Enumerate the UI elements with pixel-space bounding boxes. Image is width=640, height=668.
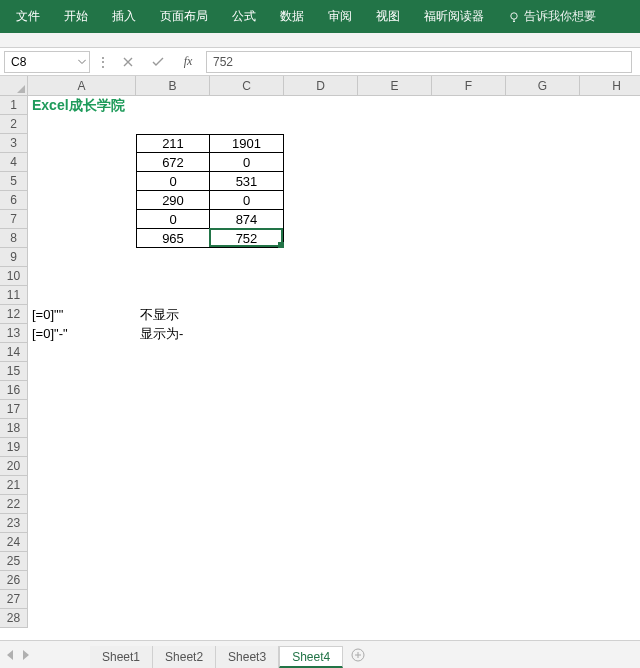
cell-B7[interactable]: 0 — [136, 210, 210, 229]
cell-A1[interactable]: Excel成长学院 — [28, 96, 136, 115]
row-header-23[interactable]: 23 — [0, 514, 28, 533]
worksheet-area: ABCDEFGH 1234567891011121314151617181920… — [0, 76, 640, 636]
cell-B8[interactable]: 965 — [136, 229, 210, 248]
row-header-9[interactable]: 9 — [0, 248, 28, 267]
sheet-nav-arrows[interactable] — [6, 641, 30, 668]
row-header-21[interactable]: 21 — [0, 476, 28, 495]
lightbulb-icon — [508, 11, 520, 23]
row-header-4[interactable]: 4 — [0, 153, 28, 172]
formula-input[interactable]: 752 — [206, 51, 632, 73]
row-header-5[interactable]: 5 — [0, 172, 28, 191]
ribbon-tab-公式[interactable]: 公式 — [220, 0, 268, 33]
row-header-24[interactable]: 24 — [0, 533, 28, 552]
tell-me[interactable]: 告诉我你想要 — [496, 8, 596, 25]
cell-B4[interactable]: 672 — [136, 153, 210, 172]
row-header-10[interactable]: 10 — [0, 267, 28, 286]
formula-value: 752 — [213, 55, 233, 69]
sheet-tab-Sheet2[interactable]: Sheet2 — [153, 646, 216, 668]
cancel-formula-button[interactable] — [116, 51, 140, 73]
row-header-16[interactable]: 16 — [0, 381, 28, 400]
cell-C3[interactable]: 1901 — [210, 134, 284, 153]
sheet-tab-Sheet4[interactable]: Sheet4 — [279, 646, 343, 668]
cell-A12[interactable]: [=0]"" — [28, 305, 136, 324]
insert-function-button[interactable]: fx — [176, 51, 200, 73]
column-header-H[interactable]: H — [580, 76, 640, 96]
sheet-tab-Sheet3[interactable]: Sheet3 — [216, 646, 279, 668]
triangle-right-icon[interactable] — [22, 650, 30, 660]
row-header-3[interactable]: 3 — [0, 134, 28, 153]
row-header-18[interactable]: 18 — [0, 419, 28, 438]
cell-C6[interactable]: 0 — [210, 191, 284, 210]
column-header-E[interactable]: E — [358, 76, 432, 96]
sheet-tab-bar: Sheet1Sheet2Sheet3Sheet4 — [0, 640, 640, 668]
name-box[interactable]: C8 — [4, 51, 90, 73]
column-header-C[interactable]: C — [210, 76, 284, 96]
cell-B6[interactable]: 290 — [136, 191, 210, 210]
row-header-8[interactable]: 8 — [0, 229, 28, 248]
cell-B12[interactable]: 不显示 — [136, 305, 210, 324]
column-header-A[interactable]: A — [28, 76, 136, 96]
cell-B5[interactable]: 0 — [136, 172, 210, 191]
ribbon-tab-页面布局[interactable]: 页面布局 — [148, 0, 220, 33]
cell-A13[interactable]: [=0]"-" — [28, 324, 136, 343]
row-header-1[interactable]: 1 — [0, 96, 28, 115]
ribbon-tab-福昕阅读器[interactable]: 福昕阅读器 — [412, 0, 496, 33]
row-header-12[interactable]: 12 — [0, 305, 28, 324]
cell-C5[interactable]: 531 — [210, 172, 284, 191]
ribbon-tab-开始[interactable]: 开始 — [52, 0, 100, 33]
select-all-corner[interactable] — [0, 76, 28, 96]
column-header-D[interactable]: D — [284, 76, 358, 96]
confirm-formula-button[interactable] — [146, 51, 170, 73]
ribbon-tab-数据[interactable]: 数据 — [268, 0, 316, 33]
chevron-down-icon[interactable] — [78, 59, 86, 64]
row-header-22[interactable]: 22 — [0, 495, 28, 514]
ribbon-tab-视图[interactable]: 视图 — [364, 0, 412, 33]
row-header-11[interactable]: 11 — [0, 286, 28, 305]
expand-dots-icon[interactable]: ⋮ — [96, 55, 110, 69]
row-header-13[interactable]: 13 — [0, 324, 28, 343]
row-header-25[interactable]: 25 — [0, 552, 28, 571]
row-header-20[interactable]: 20 — [0, 457, 28, 476]
sheet-tab-Sheet1[interactable]: Sheet1 — [90, 646, 153, 668]
add-sheet-button[interactable] — [343, 648, 373, 662]
triangle-left-icon[interactable] — [6, 650, 14, 660]
ribbon-tab-文件[interactable]: 文件 — [4, 0, 52, 33]
cell-B13[interactable]: 显示为- — [136, 324, 210, 343]
ribbon-underbar — [0, 33, 640, 48]
row-headers: 1234567891011121314151617181920212223242… — [0, 96, 28, 628]
cell-C4[interactable]: 0 — [210, 153, 284, 172]
name-box-value: C8 — [11, 55, 26, 69]
ribbon-tab-审阅[interactable]: 审阅 — [316, 0, 364, 33]
svg-point-0 — [511, 12, 517, 18]
row-header-14[interactable]: 14 — [0, 343, 28, 362]
ribbon-tab-插入[interactable]: 插入 — [100, 0, 148, 33]
column-header-F[interactable]: F — [432, 76, 506, 96]
column-header-B[interactable]: B — [136, 76, 210, 96]
cell-B3[interactable]: 211 — [136, 134, 210, 153]
row-header-19[interactable]: 19 — [0, 438, 28, 457]
row-header-7[interactable]: 7 — [0, 210, 28, 229]
cell-C8[interactable]: 752 — [210, 229, 284, 248]
column-headers: ABCDEFGH — [28, 76, 640, 96]
row-header-26[interactable]: 26 — [0, 571, 28, 590]
formula-bar: C8 ⋮ fx 752 — [0, 48, 640, 76]
row-header-27[interactable]: 27 — [0, 590, 28, 609]
ribbon: 文件开始插入页面布局公式数据审阅视图福昕阅读器告诉我你想要 — [0, 0, 640, 33]
cell-C7[interactable]: 874 — [210, 210, 284, 229]
column-header-G[interactable]: G — [506, 76, 580, 96]
row-header-15[interactable]: 15 — [0, 362, 28, 381]
row-header-28[interactable]: 28 — [0, 609, 28, 628]
row-header-6[interactable]: 6 — [0, 191, 28, 210]
row-header-17[interactable]: 17 — [0, 400, 28, 419]
row-header-2[interactable]: 2 — [0, 115, 28, 134]
